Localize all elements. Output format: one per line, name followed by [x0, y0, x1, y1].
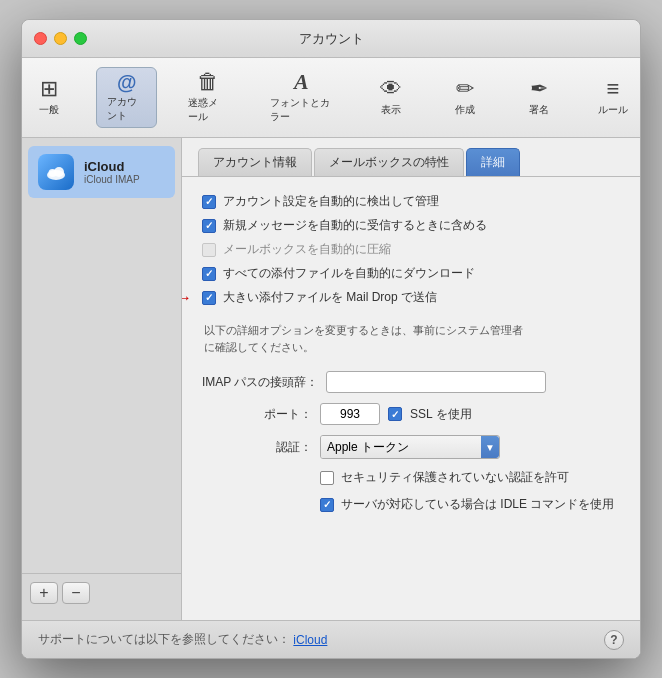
toolbar-item-signature[interactable]: ✒ 署名 [512, 73, 566, 122]
support-link[interactable]: iCloud [293, 633, 327, 647]
tab-mailbox-behavior[interactable]: メールボックスの特性 [314, 148, 464, 176]
compose-label: 作成 [455, 103, 475, 117]
signature-icon: ✒ [530, 78, 548, 100]
title-bar: アカウント [22, 20, 640, 58]
mail-drop-label: 大きい添付ファイルを Mail Drop で送信 [223, 289, 437, 306]
auto-compress-label: メールボックスを自動的に圧縮 [223, 241, 391, 258]
auto-detect-label: アカウント設定を自動的に検出して管理 [223, 193, 439, 210]
auth-row: 認証： Apple トークン パスワード MD5 チャレンジレスポンス NTLM… [202, 435, 620, 459]
port-label: ポート： [202, 406, 312, 423]
imap-path-label: IMAP パスの接頭辞： [202, 374, 318, 391]
account-name: iCloud [84, 159, 140, 174]
remove-account-button[interactable]: − [62, 582, 90, 604]
icloud-icon [38, 154, 74, 190]
idle-checkbox-row: サーバが対応している場合は IDLE コマンドを使用 [320, 496, 614, 513]
maximize-button[interactable] [74, 32, 87, 45]
no-auth-checkbox[interactable] [320, 471, 334, 485]
auto-include-label: 新規メッセージを自動的に受信するときに含める [223, 217, 487, 234]
support-text: サポートについては以下を参照してください： [38, 631, 290, 648]
auto-download-label: すべての添付ファイルを自動的にダウンロード [223, 265, 475, 282]
tab-content-details: アカウント設定を自動的に検出して管理 新規メッセージを自動的に受信するときに含め… [182, 176, 640, 620]
auto-include-checkbox[interactable] [202, 219, 216, 233]
no-auth-checkbox-row: セキュリティ保護されていない認証を許可 [320, 469, 569, 486]
accounts-label: アカウント [107, 95, 146, 123]
minimize-button[interactable] [54, 32, 67, 45]
traffic-lights [34, 32, 87, 45]
junk-icon: 🗑 [197, 71, 219, 93]
rules-icon: ≡ [607, 78, 620, 100]
toolbar-item-rules[interactable]: ≡ ルール [586, 73, 640, 122]
auto-detect-checkbox[interactable] [202, 195, 216, 209]
idle-checkbox[interactable] [320, 498, 334, 512]
port-row: ポート： SSL を使用 [202, 403, 620, 425]
main-window: アカウント ⊞ 一般 @ アカウント 🗑 迷惑メール A フォントとカラー 👁 … [21, 19, 641, 659]
imap-path-input[interactable] [326, 371, 546, 393]
auto-download-checkbox[interactable] [202, 267, 216, 281]
checkbox-row-auto-detect: アカウント設定を自動的に検出して管理 [202, 193, 620, 210]
mail-drop-checkbox[interactable] [202, 291, 216, 305]
port-ssl-group: SSL を使用 [320, 403, 472, 425]
toolbar: ⊞ 一般 @ アカウント 🗑 迷惑メール A フォントとカラー 👁 表示 ✏ 作… [22, 58, 640, 138]
help-button[interactable]: ? [604, 630, 624, 650]
no-auth-label: セキュリティ保護されていない認証を許可 [341, 469, 569, 486]
checkbox-group: アカウント設定を自動的に検出して管理 新規メッセージを自動的に受信するときに含め… [202, 193, 620, 306]
window-title: アカウント [299, 30, 364, 48]
toolbar-item-accounts[interactable]: @ アカウント [96, 67, 157, 128]
auth-label: 認証： [202, 439, 312, 456]
fonts-icon: A [294, 71, 309, 93]
sidebar: iCloud iCloud IMAP + − [22, 138, 182, 620]
auth-select[interactable]: Apple トークン パスワード MD5 チャレンジレスポンス NTLM Ker… [321, 436, 482, 458]
ssl-checkbox[interactable] [388, 407, 402, 421]
port-input[interactable] [320, 403, 380, 425]
tab-bar: アカウント情報 メールボックスの特性 詳細 [182, 138, 640, 176]
sidebar-item-icloud[interactable]: iCloud iCloud IMAP [28, 146, 175, 198]
view-label: 表示 [381, 103, 401, 117]
toolbar-item-fonts[interactable]: A フォントとカラー [259, 66, 344, 129]
idle-row: サーバが対応している場合は IDLE コマンドを使用 [202, 496, 620, 513]
accounts-icon: @ [117, 72, 137, 92]
auth-select-container: Apple トークン パスワード MD5 チャレンジレスポンス NTLM Ker… [320, 435, 500, 459]
checkbox-row-auto-download: すべての添付ファイルを自動的にダウンロード [202, 265, 620, 282]
imap-path-row: IMAP パスの接頭辞： [202, 371, 620, 393]
auth-select-arrow[interactable]: ▼ [481, 436, 499, 458]
rules-label: ルール [598, 103, 628, 117]
fonts-label: フォントとカラー [270, 96, 333, 124]
svg-point-2 [54, 167, 64, 177]
checkbox-row-auto-include: 新規メッセージを自動的に受信するときに含める [202, 217, 620, 234]
close-button[interactable] [34, 32, 47, 45]
compose-icon: ✏ [456, 78, 474, 100]
idle-label: サーバが対応している場合は IDLE コマンドを使用 [341, 496, 614, 513]
no-auth-row: セキュリティ保護されていない認証を許可 [202, 469, 620, 486]
sidebar-footer: + − [22, 573, 181, 612]
account-type: iCloud IMAP [84, 174, 140, 185]
toolbar-item-compose[interactable]: ✏ 作成 [438, 73, 492, 122]
add-account-button[interactable]: + [30, 582, 58, 604]
toolbar-item-junk[interactable]: 🗑 迷惑メール [177, 66, 238, 129]
checkbox-row-auto-compress: メールボックスを自動的に圧縮 [202, 241, 620, 258]
signature-label: 署名 [529, 103, 549, 117]
auto-compress-checkbox[interactable] [202, 243, 216, 257]
toolbar-item-general[interactable]: ⊞ 一般 [22, 73, 76, 122]
ssl-label: SSL を使用 [410, 406, 472, 423]
account-info: iCloud iCloud IMAP [84, 159, 140, 185]
info-text: 以下の詳細オプションを変更するときは、事前にシステム管理者に確認してください。 [202, 322, 620, 355]
main-panel: アカウント情報 メールボックスの特性 詳細 アカウント設定を自動的に検出して管理… [182, 138, 640, 620]
general-label: 一般 [39, 103, 59, 117]
tab-account-info[interactable]: アカウント情報 [198, 148, 312, 176]
view-icon: 👁 [380, 78, 402, 100]
content-area: iCloud iCloud IMAP + − アカウント情報 メールボックスの特… [22, 138, 640, 620]
window-footer: サポートについては以下を参照してください： iCloud ? [22, 620, 640, 658]
checkbox-row-mail-drop: 大きい添付ファイルを Mail Drop で送信 [202, 289, 620, 306]
general-icon: ⊞ [40, 78, 58, 100]
toolbar-item-view[interactable]: 👁 表示 [364, 73, 418, 122]
junk-label: 迷惑メール [188, 96, 227, 124]
tab-details[interactable]: 詳細 [466, 148, 520, 176]
